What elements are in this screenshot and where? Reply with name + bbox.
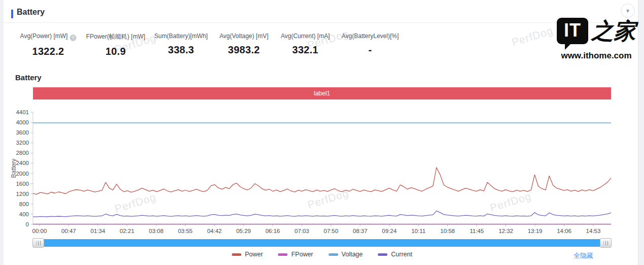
legend-item-voltage[interactable]: Voltage bbox=[329, 251, 363, 258]
datazoom-track[interactable] bbox=[33, 239, 611, 247]
legend-label: Voltage bbox=[342, 251, 363, 258]
stat-value: - bbox=[342, 44, 399, 56]
y-tick-label: 4000 bbox=[16, 119, 29, 125]
x-tick-label: 07:03 bbox=[295, 228, 309, 234]
stats-row: Avg(Power) [mW]?1322.2FPower(帧能耗) [mW]10… bbox=[0, 32, 558, 64]
x-tick-label: 14:06 bbox=[557, 228, 571, 234]
stat-value: 10.9 bbox=[86, 46, 146, 57]
x-tick-label: 01:34 bbox=[91, 228, 105, 234]
legend-item-current[interactable]: Current bbox=[378, 251, 412, 258]
datazoom-left-handle[interactable] bbox=[32, 238, 44, 248]
x-tick-label: 11:45 bbox=[470, 228, 484, 234]
legend-label: Power bbox=[245, 251, 263, 258]
stat-avg-current: Avg(Current) [mA]332.1 bbox=[281, 32, 330, 56]
x-tick-label: 04:42 bbox=[207, 228, 222, 234]
y-tick-label: 0 bbox=[26, 221, 29, 227]
x-tick-label: 02:21 bbox=[120, 228, 134, 234]
chart-section-title: Battery bbox=[15, 73, 42, 82]
ithome-url: www.ithome.com bbox=[557, 51, 636, 61]
stat-avg-voltage: Avg(Voltage) [mV]3983.2 bbox=[220, 32, 269, 56]
right-edge-gutter bbox=[638, 0, 644, 265]
hide-all-link[interactable]: 全隐藏 bbox=[574, 251, 593, 260]
grip-icon bbox=[36, 241, 41, 245]
stat-label: Avg(BatteryLevel)[%] bbox=[342, 32, 399, 40]
legend-item-power[interactable]: Power bbox=[232, 251, 263, 258]
x-tick-label: 05:29 bbox=[236, 228, 251, 234]
stat-label: Avg(Power) [mW]? bbox=[20, 32, 77, 41]
stat-label: FPower(帧能耗) [mW] bbox=[86, 32, 146, 41]
chart-legend: PowerFPowerVoltageCurrent bbox=[33, 251, 611, 258]
datazoom-right-handle[interactable] bbox=[600, 238, 612, 248]
stat-label: Avg(Current) [mA] bbox=[281, 32, 330, 40]
stat-battery-level: Avg(BatteryLevel)[%]- bbox=[342, 32, 399, 56]
x-tick-label: 13:19 bbox=[528, 228, 543, 234]
stat-sum-battery: Sum(Battery)[mWh]338.3 bbox=[154, 32, 207, 56]
series-line-current bbox=[33, 211, 611, 217]
y-axis-title: Battery bbox=[11, 158, 17, 178]
x-tick-label: 03:08 bbox=[149, 228, 164, 234]
stat-value: 1322.2 bbox=[20, 46, 77, 57]
x-tick-label: 09:24 bbox=[382, 228, 397, 234]
y-tick-label: 800 bbox=[19, 201, 29, 207]
y-tick-label: 1200 bbox=[16, 191, 29, 197]
x-tick-label: 03:55 bbox=[178, 228, 193, 234]
x-tick-label: 10:11 bbox=[411, 228, 425, 234]
ithome-it-mark: IT bbox=[557, 18, 588, 44]
y-tick-label: 2800 bbox=[16, 150, 29, 156]
stat-label: Sum(Battery)[mWh] bbox=[154, 32, 207, 40]
x-tick-label: 14:53 bbox=[586, 228, 601, 234]
x-tick-label: 08:37 bbox=[353, 228, 368, 234]
stat-fpower: FPower(帧能耗) [mW]10.9 bbox=[86, 32, 146, 57]
stat-value: 3983.2 bbox=[220, 44, 269, 56]
series-line-power bbox=[33, 168, 611, 194]
page-title: Battery bbox=[17, 8, 45, 17]
y-tick-label: 3200 bbox=[16, 140, 29, 146]
ithome-logo: IT 之家 www.ithome.com bbox=[557, 15, 636, 61]
x-tick-label: 12:32 bbox=[498, 228, 513, 234]
y-tick-label: 1600 bbox=[16, 181, 29, 187]
legend-marker-icon bbox=[278, 253, 288, 256]
x-tick-label: 07:50 bbox=[324, 228, 338, 234]
stat-value: 338.3 bbox=[154, 44, 207, 56]
label1-band: label1 bbox=[33, 87, 611, 100]
x-tick-label: 10:58 bbox=[440, 228, 455, 234]
header-divider bbox=[4, 22, 638, 23]
y-tick-label: 2400 bbox=[16, 160, 29, 166]
caret-down-icon: ▼ bbox=[625, 8, 630, 14]
legend-marker-icon bbox=[232, 253, 241, 256]
legend-item-fpower[interactable]: FPower bbox=[278, 251, 313, 258]
legend-label: FPower bbox=[291, 251, 313, 258]
y-tick-label: 4401 bbox=[16, 109, 29, 115]
battery-chart[interactable]: 0400800120016002000240028003200360040004… bbox=[11, 106, 615, 239]
y-tick-label: 2000 bbox=[16, 171, 29, 177]
title-accent-bar bbox=[11, 10, 13, 18]
x-tick-label: 06:16 bbox=[265, 228, 280, 234]
legend-marker-icon bbox=[329, 253, 338, 256]
x-tick-label: 00:00 bbox=[32, 228, 47, 234]
stat-avg-power: Avg(Power) [mW]?1322.2 bbox=[20, 32, 77, 57]
grip-icon bbox=[603, 241, 608, 245]
stat-label: Avg(Voltage) [mV] bbox=[220, 32, 269, 40]
x-tick-label: 00:47 bbox=[61, 228, 76, 234]
stat-value: 332.1 bbox=[281, 44, 330, 56]
ithome-zhijia-mark: 之家 bbox=[591, 20, 636, 42]
y-tick-label: 400 bbox=[19, 211, 29, 217]
y-tick-label: 3600 bbox=[16, 129, 29, 136]
battery-panel: Battery ▼ PerfDog PerfDog PerfDog PerfDo… bbox=[0, 0, 644, 265]
legend-label: Current bbox=[391, 251, 412, 258]
legend-marker-icon bbox=[378, 253, 387, 256]
help-icon[interactable]: ? bbox=[69, 35, 76, 41]
